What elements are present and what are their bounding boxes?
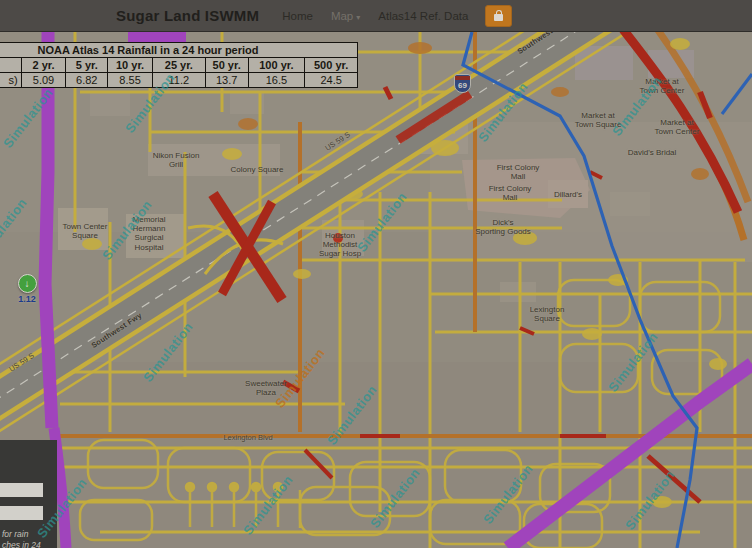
rainfall-table-value-row: s) 5.096.828.5511.213.716.524.5 xyxy=(0,73,357,87)
column-header: 500 yr. xyxy=(304,58,357,72)
rainfall-value: 16.5 xyxy=(248,73,305,87)
rainfall-table-title: NOAA Atlas 14 Rainfall in a 24 hour peri… xyxy=(0,43,357,58)
column-header: 25 yr. xyxy=(152,58,205,72)
panel-input-2[interactable] xyxy=(0,506,43,520)
nav-map[interactable]: Map▾ xyxy=(322,10,369,22)
panel-input-1[interactable] xyxy=(0,483,43,497)
nav-atlas14-ref-data[interactable]: Atlas14 Ref. Data xyxy=(369,10,477,22)
rainfall-value: 11.2 xyxy=(152,73,205,87)
rainfall-table-header-row: 2 yr.5 yr.10 yr.25 yr.50 yr.100 yr.500 y… xyxy=(0,58,357,73)
column-header: 2 yr. xyxy=(21,58,66,72)
side-panel: for rain ches in 24 xyxy=(0,440,57,548)
chevron-down-icon: ▾ xyxy=(356,13,360,22)
nav-home[interactable]: Home xyxy=(273,10,322,22)
down-arrow-icon: ↓ xyxy=(25,279,30,289)
rainfall-value: 8.55 xyxy=(107,73,152,87)
rainfall-value: 24.5 xyxy=(304,73,357,87)
column-header: 10 yr. xyxy=(107,58,152,72)
lock-icon xyxy=(494,14,503,21)
panel-caption-line2: ches in 24 xyxy=(0,540,57,548)
sugar-land-iswmm-app: Nikon Fusion GrillColony SquareMemorial … xyxy=(0,0,752,548)
shield-number: 69 xyxy=(458,82,467,90)
map-canvas[interactable] xyxy=(0,32,752,548)
column-header: 50 yr. xyxy=(205,58,248,72)
panel-caption-line1: for rain xyxy=(0,529,57,540)
main-nav: HomeMap▾Atlas14 Ref. Data xyxy=(273,10,477,22)
rainfall-marker[interactable]: ↓ 1.12 xyxy=(13,274,41,304)
shield-top-band xyxy=(455,76,470,80)
header-action-button[interactable] xyxy=(485,5,512,27)
map-graphics xyxy=(0,32,752,548)
column-header: 5 yr. xyxy=(65,58,107,72)
rainfall-table: NOAA Atlas 14 Rainfall in a 24 hour peri… xyxy=(0,42,358,88)
app-header: Sugar Land ISWMM HomeMap▾Atlas14 Ref. Da… xyxy=(0,0,752,32)
interstate-shield: 69 xyxy=(454,74,471,93)
hospital-hotspot xyxy=(333,233,343,243)
rainfall-value: 13.7 xyxy=(205,73,248,87)
rainfall-value: 6.82 xyxy=(65,73,107,87)
app-title: Sugar Land ISWMM xyxy=(116,7,259,24)
row-label-header xyxy=(0,58,21,72)
rainfall-value: 5.09 xyxy=(21,73,66,87)
marker-pin-icon[interactable]: ↓ xyxy=(18,274,37,293)
row-label: s) xyxy=(0,73,21,87)
column-header: 100 yr. xyxy=(248,58,305,72)
marker-value: 1.12 xyxy=(13,294,41,304)
